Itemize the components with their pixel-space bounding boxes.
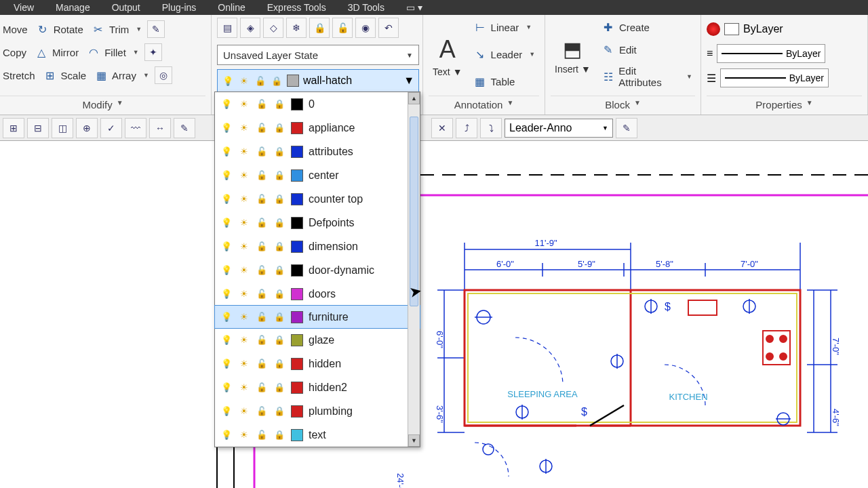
drawing-canvas[interactable]: 11'-9" 6'-0" 5'-9" 5'-8" 7'-0" 7'-0" 4'-…	[0, 141, 868, 488]
menu-3dtools[interactable]: 3D Tools	[337, 2, 395, 13]
layer-item-door-dynamic[interactable]: 💡 ☀ 🔓 🔒 door-dynamic	[215, 258, 420, 282]
layer-state-dropdown[interactable]: Unsaved Layer State▼	[217, 45, 419, 65]
layer-lock-button[interactable]: 🔒	[309, 18, 330, 38]
layer-prev-button[interactable]: ↶	[378, 18, 399, 38]
layer-freeze-button[interactable]: ❄	[286, 18, 307, 38]
scroll-thumb[interactable]	[410, 117, 418, 306]
layer-off-button[interactable]: ◈	[240, 18, 260, 38]
insert-button[interactable]: ⬒ Insert ▼	[551, 18, 595, 94]
erase-button[interactable]: ✎	[147, 20, 165, 38]
svg-text:3'-6": 3'-6"	[435, 405, 445, 423]
edit-button[interactable]: ✎Edit	[599, 41, 695, 58]
move-button[interactable]: Move	[0, 22, 31, 37]
leader-style-dropdown[interactable]: Leader-Anno▼	[505, 119, 613, 138]
panel-annotation-title[interactable]: Annotation▼	[429, 96, 539, 115]
tb-2[interactable]: ⊟	[27, 118, 49, 138]
menu-extra-icon[interactable]: ▭ ▾	[395, 2, 433, 13]
layer-item-attributes[interactable]: 💡 ☀ 🔓 🔒 attributes	[215, 140, 420, 163]
panel-modify-title[interactable]: Modify▼	[0, 96, 205, 115]
menu-online[interactable]: Online	[207, 2, 256, 13]
layer-item-Defpoints[interactable]: 💡 ☀ 🔓 🔒 Defpoints	[215, 211, 420, 235]
mirror-button[interactable]: △Mirror	[32, 44, 81, 60]
layer-item-0[interactable]: 💡 ☀ 🔓 🔒 0	[215, 92, 420, 116]
vp-icon: 🔓	[256, 217, 268, 229]
vp-icon: 🔓	[256, 146, 268, 158]
lock-icon: 🔒	[273, 241, 285, 253]
layer-props-button[interactable]: ▤	[217, 18, 237, 38]
fillet-button[interactable]: ◠Fillet▼	[84, 44, 142, 60]
layer-item-glaze[interactable]: 💡 ☀ 🔓 🔒 glaze	[215, 328, 420, 352]
menu-output[interactable]: Output	[101, 2, 151, 13]
lock-icon: 🔒	[273, 311, 285, 323]
tb-11[interactable]: ⤵	[480, 118, 502, 138]
layer-item-appliance[interactable]: 💡 ☀ 🔓 🔒 appliance	[215, 116, 420, 140]
tb-6[interactable]: 〰	[125, 118, 146, 138]
offset-button[interactable]: ◎	[155, 66, 172, 84]
svg-text:KITCHEN: KITCHEN	[669, 392, 707, 402]
tb-5[interactable]: ✓	[100, 118, 122, 138]
menu-express[interactable]: Express Tools	[256, 2, 337, 13]
layer-item-plumbing[interactable]: 💡 ☀ 🔓 🔒 plumbing	[215, 399, 420, 423]
layer-item-counter-top[interactable]: 💡 ☀ 🔓 🔒 counter top	[215, 187, 420, 211]
linear-button[interactable]: ⊢Linear▼	[471, 19, 538, 35]
sun-icon: ☀	[238, 146, 250, 158]
color-bylayer[interactable]: ByLayer	[743, 23, 783, 35]
layer-current-dropdown[interactable]: 💡 ☀ 🔓 🔒 wall-hatch ▼	[217, 69, 419, 92]
panel-annotation: A Text ▼ ⊢Linear▼ ↘Leader▼ ▦Table Annota…	[423, 15, 545, 115]
layer-item-furniture[interactable]: 💡 ☀ 🔓 🔒 furniture	[214, 305, 420, 329]
vp-icon: 🔓	[256, 241, 268, 253]
scroll-down-icon[interactable]: ▼	[408, 434, 420, 447]
array-button[interactable]: ▦Array▼	[92, 67, 152, 83]
layer-item-text[interactable]: 💡 ☀ 🔓 🔒 text	[215, 423, 420, 447]
copy-button[interactable]: Copy	[0, 45, 29, 60]
layer-item-doors[interactable]: 💡 ☀ 🔓 🔒 doors	[215, 282, 420, 306]
stretch-button[interactable]: Stretch	[0, 68, 38, 83]
tb-10[interactable]: ⤴	[456, 118, 477, 138]
sun-icon: ☀	[238, 311, 250, 323]
dropdown-scrollbar[interactable]: ▲ ▼	[408, 92, 420, 447]
trim-button[interactable]: ✂Trim▼	[89, 21, 144, 37]
bulb-icon: 💡	[220, 146, 233, 158]
layer-unlock-button[interactable]: 🔓	[332, 18, 353, 38]
linear-icon: ⊢	[473, 20, 487, 34]
tb-3[interactable]: ◫	[52, 118, 73, 138]
svg-point-57	[780, 353, 787, 360]
floorplan-svg: 11'-9" 6'-0" 5'-9" 5'-8" 7'-0" 7'-0" 4'-…	[0, 141, 868, 488]
panel-properties-title[interactable]: Properties▼	[707, 96, 862, 115]
text-button[interactable]: A Text ▼	[429, 18, 467, 94]
layer-item-hidden2[interactable]: 💡 ☀ 🔓 🔒 hidden2	[215, 375, 420, 399]
layer-item-dimension[interactable]: 💡 ☀ 🔓 🔒 dimension	[215, 235, 420, 258]
menu-plugins[interactable]: Plug-ins	[151, 2, 208, 13]
menu-view[interactable]: View	[3, 2, 45, 13]
lineweight-dropdown[interactable]: ByLayer	[717, 44, 825, 63]
table-button[interactable]: ▦Table	[471, 73, 538, 89]
layer-iso-button[interactable]: ◇	[263, 18, 283, 38]
layer-item-hidden[interactable]: 💡 ☀ 🔓 🔒 hidden	[215, 352, 420, 375]
edit-attrs-button[interactable]: ☷Edit Attributes▼	[599, 64, 695, 89]
color-box	[724, 23, 739, 35]
tb-9[interactable]: ✕	[431, 118, 453, 138]
explode-button[interactable]: ✦	[144, 43, 162, 61]
vp-icon: 🔓	[256, 98, 268, 110]
scroll-up-icon[interactable]: ▲	[408, 92, 420, 104]
tb-1[interactable]: ⊞	[3, 118, 24, 138]
layer-match-button[interactable]: ◉	[355, 18, 376, 38]
layer-dropdown-list[interactable]: 💡 ☀ 🔓 🔒 0 💡 ☀ 🔓 🔒 appliance 💡 ☀ 🔓 🔒 attr…	[214, 92, 420, 447]
leader-button[interactable]: ↘Leader▼	[471, 46, 538, 62]
menu-manage[interactable]: Manage	[45, 2, 101, 13]
layer-item-center[interactable]: 💡 ☀ 🔓 🔒 center	[215, 163, 420, 187]
tb-8[interactable]: ✎	[174, 118, 195, 138]
create-button[interactable]: ✚Create	[599, 19, 695, 35]
layer-name-label: plumbing	[309, 405, 414, 418]
layer-name-label: counter top	[309, 193, 414, 205]
tb-4[interactable]: ⊕	[76, 118, 98, 138]
scale-button[interactable]: ⊞Scale	[41, 67, 90, 83]
tb-12[interactable]: ✎	[616, 118, 637, 138]
vp-icon: 🔓	[256, 264, 268, 277]
linetype-dropdown[interactable]: ByLayer	[720, 68, 829, 87]
panel-block-title[interactable]: Block▼	[551, 96, 695, 115]
bulb-icon: 💡	[220, 382, 233, 394]
tb-7[interactable]: ↔	[149, 118, 171, 138]
sun-icon: ☀	[238, 217, 250, 229]
rotate-button[interactable]: ↻Rotate	[33, 21, 86, 37]
